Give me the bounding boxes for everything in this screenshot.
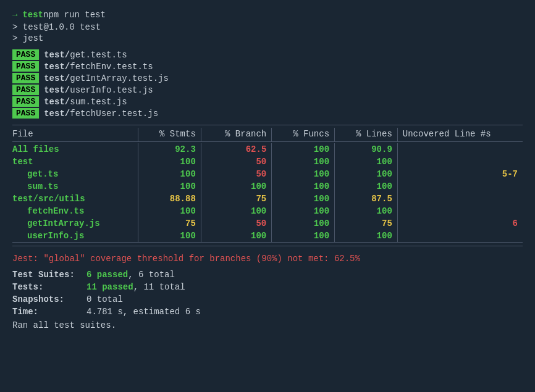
pass-file: test/get.test.ts [44, 50, 127, 60]
cell-3: 100 [272, 180, 335, 193]
table-row: test10050100100 [12, 156, 523, 168]
pass-row: PASStest/getIntArray.test.js [12, 73, 523, 83]
cell-5: 5-7 [397, 168, 523, 180]
cell-0: fetchEnv.ts [12, 205, 138, 217]
cell-2: 100 [201, 180, 271, 193]
suites-total: , 6 total [128, 270, 175, 280]
snapshots-row: Snapshots: 0 total [12, 294, 523, 304]
cell-3: 100 [272, 217, 335, 230]
cell-2: 50 [201, 168, 271, 180]
table-row: fetchEnv.ts100100100100 [12, 205, 523, 217]
snapshots-value: 0 total [86, 294, 123, 304]
col-header---lines: % Lines [335, 128, 398, 142]
cell-0: All files [12, 143, 138, 156]
cell-2: 50 [201, 156, 271, 168]
suites-row: Test Suites: 6 passed , 6 total [12, 270, 523, 280]
suites-label: Test Suites: [12, 270, 86, 280]
time-row: Time: 4.781 s, estimated 6 s [12, 307, 523, 317]
cell-1: 100 [138, 156, 201, 168]
cell-3: 100 [272, 143, 335, 156]
cell-4: 100 [335, 180, 398, 193]
cell-4: 75 [335, 217, 398, 230]
cell-2: 62.5 [201, 143, 271, 156]
cell-3: 100 [272, 230, 335, 243]
cell-1: 100 [138, 230, 201, 243]
pass-row: PASStest/fetchEnv.test.ts [12, 61, 523, 72]
command-line: → test npm run test [12, 10, 523, 20]
summary-section: Test Suites: 6 passed , 6 total Tests: 1… [12, 270, 523, 317]
pass-file: test/fetchEnv.test.ts [44, 62, 153, 72]
alert-divider [12, 246, 523, 249]
cell-0: test [12, 156, 138, 168]
pass-file: test/getIntArray.test.js [44, 73, 169, 83]
time-value: 4.781 s, estimated 6 s [86, 307, 201, 317]
pass-row: PASStest/fetchUser.test.js [12, 108, 523, 119]
cell-4: 100 [335, 168, 398, 180]
cmd-test: test [22, 10, 43, 20]
cell-1: 88.88 [138, 193, 201, 205]
cell-4: 100 [335, 156, 398, 168]
tests-row: Tests: 11 passed , 11 total [12, 282, 523, 292]
cell-5 [397, 180, 523, 193]
cell-5 [397, 156, 523, 168]
pass-badge: PASS [12, 96, 39, 107]
table-row: getIntArray.js7550100756 [12, 217, 523, 230]
cell-3: 100 [272, 193, 335, 205]
snapshots-label: Snapshots: [12, 294, 86, 304]
pass-badge: PASS [12, 85, 39, 95]
cell-4: 87.5 [335, 193, 398, 205]
cell-3: 100 [272, 205, 335, 217]
prompt-arrow: → [12, 10, 17, 20]
cell-5: 6 [397, 217, 523, 230]
ran-line: Ran all test suites. [12, 320, 523, 330]
cell-1: 100 [138, 205, 201, 217]
cell-1: 75 [138, 217, 201, 230]
cell-5 [397, 143, 523, 156]
table-row: get.ts100501001005-7 [12, 168, 523, 180]
pass-file: test/userInfo.test.js [44, 85, 153, 95]
cell-4: 90.9 [335, 143, 398, 156]
table-divider-top [12, 125, 523, 125]
cell-2: 100 [201, 205, 271, 217]
cell-5 [397, 205, 523, 217]
table-row: sum.ts100100100100 [12, 180, 523, 193]
cell-0: sum.ts [12, 180, 138, 193]
cell-1: 92.3 [138, 143, 201, 156]
col-header---branch: % Branch [201, 128, 271, 142]
pass-row: PASStest/get.test.ts [12, 49, 523, 60]
pass-rows: PASStest/get.test.tsPASStest/fetchEnv.te… [12, 49, 523, 119]
cell-0: getIntArray.js [12, 217, 138, 230]
col-header---funcs: % Funcs [272, 128, 335, 142]
cell-2: 100 [201, 230, 271, 243]
tests-passed: 11 passed [86, 282, 133, 292]
table-row: test/src/utils88.887510087.5 [12, 193, 523, 205]
cmd-rest: npm run test [43, 10, 106, 20]
cell-2: 50 [201, 217, 271, 230]
cell-0: userInfo.js [12, 230, 138, 243]
pass-badge: PASS [12, 108, 39, 119]
table-sep-bottom [12, 242, 523, 243]
coverage-table: File% Stmts% Branch% Funcs% LinesUncover… [12, 128, 523, 243]
info-line-2: > jest [12, 33, 523, 43]
cell-0: test/src/utils [12, 193, 138, 205]
cell-5 [397, 193, 523, 205]
pass-badge: PASS [12, 49, 39, 60]
pass-file: test/sum.test.js [44, 97, 127, 107]
cell-1: 100 [138, 180, 201, 193]
suites-passed: 6 passed [86, 270, 128, 280]
cell-3: 100 [272, 156, 335, 168]
cell-2: 75 [201, 193, 271, 205]
cell-3: 100 [272, 168, 335, 180]
cell-4: 100 [335, 230, 398, 243]
cell-1: 100 [138, 168, 201, 180]
pass-row: PASStest/userInfo.test.js [12, 85, 523, 95]
table-row: userInfo.js100100100100 [12, 230, 523, 243]
tests-total: , 11 total [133, 282, 185, 292]
pass-badge: PASS [12, 73, 39, 83]
time-label: Time: [12, 307, 86, 317]
col-header-uncovered-line--s: Uncovered Line #s [397, 128, 523, 142]
tests-label: Tests: [12, 282, 86, 292]
pass-file: test/fetchUser.test.js [44, 109, 158, 119]
alert-line: Jest: "global" coverage threshold for br… [12, 254, 523, 264]
cell-0: get.ts [12, 168, 138, 180]
